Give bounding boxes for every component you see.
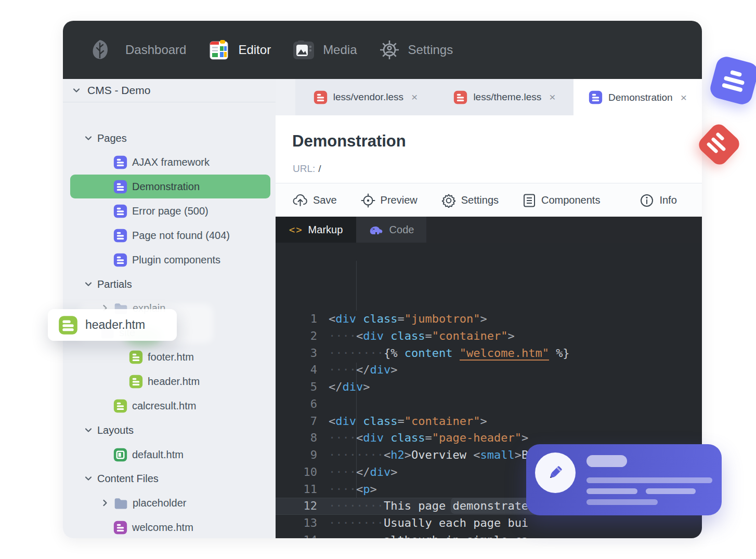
- theme-name: CMS - Demo: [87, 84, 150, 97]
- code-line[interactable]: 3········{% content "welcome.htm" %}: [276, 345, 702, 362]
- line-number: 13: [276, 515, 317, 532]
- code-line[interactable]: 14········although in simple ca: [276, 532, 702, 538]
- file-icon: [113, 204, 127, 218]
- nav-items: DashboardEditorMediaSettings: [125, 38, 474, 62]
- drag-ghost-card[interactable]: header.htm: [48, 309, 177, 341]
- toolbar-button-label: Components: [541, 194, 600, 206]
- page-title: Demonstration: [292, 132, 406, 151]
- file-icon: [113, 253, 127, 267]
- code-text: ····</div>: [317, 362, 397, 379]
- code-section-tabs: <> Markup Code: [276, 217, 702, 243]
- skeleton-line: [586, 488, 637, 494]
- floating-page-icon: [708, 55, 756, 107]
- edit-notification-card: [526, 444, 722, 515]
- code-line[interactable]: 13········Usually each page bui: [276, 515, 702, 532]
- tree-section-pages[interactable]: Pages: [63, 126, 270, 150]
- close-icon[interactable]: ×: [681, 91, 687, 104]
- close-icon[interactable]: ×: [549, 91, 555, 103]
- save-button[interactable]: Save: [292, 193, 337, 208]
- doc-tab-less-vendor-less[interactable]: less/vendor.less×: [295, 79, 436, 115]
- tree-item-header-htm[interactable]: header.htm: [63, 369, 270, 393]
- doc-tab-label: less/vendor.less: [333, 91, 403, 103]
- nav-item-settings[interactable]: Settings: [378, 38, 453, 61]
- skeleton-line: [586, 499, 658, 505]
- code-text: </div>: [317, 379, 370, 396]
- tree-item-label: header.htm: [148, 376, 200, 388]
- file-icon: [314, 90, 328, 104]
- file-icon: [589, 90, 603, 104]
- tree-item-label: Partials: [97, 278, 132, 290]
- gear-button[interactable]: Settings: [441, 193, 499, 208]
- media-icon: [292, 39, 316, 61]
- tree-item-demonstration[interactable]: Demonstration: [70, 175, 270, 198]
- doc-tab-demonstration[interactable]: Demonstration×: [573, 79, 702, 116]
- tree-section-partials[interactable]: Partials: [63, 272, 270, 296]
- tree-item-page-not-found-404-[interactable]: Page not found (404): [63, 223, 270, 247]
- gearnav-icon: [378, 38, 401, 61]
- file-icon: [113, 521, 127, 535]
- nav-item-label: Media: [323, 43, 357, 57]
- toolbar-button-label: Info: [659, 194, 676, 206]
- tree-item-label: Plugin components: [132, 254, 220, 266]
- code-text: ········Usually each page bui: [317, 515, 528, 532]
- tree-section-content-files[interactable]: Content Files: [63, 467, 270, 490]
- code-line[interactable]: 1<div class="jumbotron">: [276, 311, 702, 328]
- components-button[interactable]: Components: [523, 193, 600, 208]
- nav-item-media[interactable]: Media: [292, 39, 357, 61]
- floating-asset-icon: [696, 121, 742, 168]
- tree-item-calcresult-htm[interactable]: calcresult.htm: [63, 394, 270, 418]
- tree-item-default-htm[interactable]: default.htm: [63, 443, 270, 467]
- preview-button[interactable]: Preview: [361, 193, 418, 208]
- code-line[interactable]: 7<div class="container">: [276, 413, 702, 430]
- tree-item-footer-htm[interactable]: footer.htm: [63, 345, 270, 369]
- tree-item-ajax-framework[interactable]: AJAX framework: [63, 150, 270, 174]
- code-brackets-icon: <>: [289, 224, 303, 235]
- close-icon[interactable]: ×: [411, 91, 418, 103]
- info-button[interactable]: Info: [640, 193, 676, 208]
- pencil-badge: [535, 452, 576, 493]
- document-header: Demonstration URL:/: [276, 115, 702, 183]
- tree-item-welcome-htm[interactable]: welcome.htm: [63, 515, 270, 538]
- file-icon: [113, 399, 127, 413]
- url-label: URL:: [293, 163, 315, 174]
- tree-item-error-page-500-[interactable]: Error page (500): [63, 199, 270, 223]
- php-elephant-icon: [369, 223, 384, 236]
- code-text: [317, 396, 329, 413]
- tree-section-layouts[interactable]: Layouts: [63, 418, 270, 442]
- chevron-down-icon: [72, 86, 81, 95]
- tree-item-label: Demonstration: [132, 181, 200, 193]
- preview-icon: [361, 193, 375, 208]
- skeleton-title: [586, 455, 627, 467]
- toolbar-button-label: Settings: [461, 194, 499, 206]
- file-icon: [129, 375, 143, 389]
- code-text: <div class="container">: [317, 413, 487, 430]
- nav-item-dashboard[interactable]: Dashboard: [125, 43, 186, 57]
- line-number: 14: [276, 532, 317, 538]
- tab-markup[interactable]: <> Markup: [276, 217, 356, 243]
- chevron-down-icon: [84, 280, 93, 289]
- code-line[interactable]: 4····</div>: [276, 362, 702, 379]
- layout-file-icon: [113, 448, 127, 462]
- tree-item-plugin-components[interactable]: Plugin components: [63, 248, 270, 272]
- tree-item-placeholder[interactable]: placeholder: [63, 491, 270, 515]
- code-line[interactable]: 5</div>: [276, 379, 702, 396]
- tree-item-label: AJAX framework: [132, 156, 210, 168]
- tab-code[interactable]: Code: [356, 217, 426, 243]
- file-icon: [453, 90, 467, 104]
- line-number: 2: [276, 328, 317, 345]
- line-number: 8: [276, 430, 317, 447]
- sidebar-theme-header[interactable]: CMS - Demo: [63, 79, 276, 102]
- tree-item-label: calcresult.htm: [132, 400, 196, 412]
- tree-item-label: default.htm: [132, 449, 184, 461]
- doc-tab-less-theme-less[interactable]: less/theme.less×: [436, 79, 574, 115]
- toolbar-button-label: Preview: [381, 194, 418, 206]
- doc-tab-label: Demonstration: [608, 92, 673, 103]
- nav-item-editor[interactable]: Editor: [207, 38, 271, 62]
- code-line[interactable]: 2····<div class="container">: [276, 328, 702, 345]
- skeleton-line: [646, 488, 696, 494]
- tree-item-label: Page not found (404): [132, 230, 230, 242]
- code-line[interactable]: 6: [276, 396, 702, 413]
- skeleton-line: [586, 477, 712, 483]
- code-text: ········{% content "welcome.htm" %}: [317, 345, 570, 362]
- document-tab-bar: less/vendor.less×less/theme.less×Demonst…: [276, 79, 702, 116]
